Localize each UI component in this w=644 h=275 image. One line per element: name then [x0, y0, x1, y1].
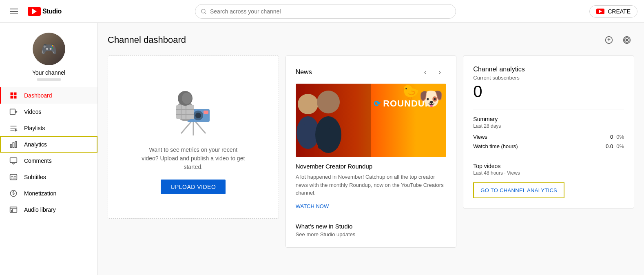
news-image: ⟳ ROUNDUP 🐶 🐤: [296, 84, 447, 157]
avatar: [33, 33, 65, 65]
channel-info: Your channel: [0, 23, 97, 87]
summary-label: Summary: [473, 116, 624, 122]
metric-row-views: Views 0 0%: [473, 134, 624, 140]
watch-now-button[interactable]: WATCH NOW: [296, 203, 329, 209]
topbar-right: CREATE: [589, 5, 637, 18]
page-header: Channel dashboard: [108, 33, 634, 47]
svg-rect-14: [15, 142, 16, 148]
upload-header-button[interactable]: [602, 33, 616, 47]
search-icon: [200, 8, 207, 15]
sidebar-item-monetization[interactable]: $ Monetization: [0, 185, 97, 202]
sidebar-item-label: Analytics: [24, 141, 47, 148]
go-to-analytics-button[interactable]: GO TO CHANNEL ANALYTICS: [473, 182, 564, 198]
audio-library-icon: [9, 206, 18, 214]
svg-rect-6: [10, 109, 15, 114]
analytics-title: Channel analytics: [473, 66, 624, 73]
sidebar: Your channel Dashboard Videos Playlists …: [0, 23, 98, 275]
search-input[interactable]: [210, 8, 451, 15]
search-bar: [195, 4, 456, 19]
metric-name-watchtime: Watch time (hours): [473, 143, 518, 149]
svg-point-27: [626, 39, 628, 41]
news-prev-button[interactable]: ‹: [418, 66, 432, 79]
sidebar-item-label: Videos: [24, 109, 42, 115]
sidebar-item-label: Comments: [24, 157, 52, 164]
svg-rect-4: [11, 96, 13, 99]
metric-percent-watchtime: 0%: [616, 143, 624, 149]
svg-rect-16: [10, 174, 17, 180]
summary-period: Last 28 days: [473, 123, 624, 129]
svg-rect-47: [300, 124, 306, 145]
sidebar-item-playlists[interactable]: Playlists: [0, 120, 97, 136]
news-next-button[interactable]: ›: [433, 66, 446, 79]
sidebar-item-analytics[interactable]: Analytics: [0, 136, 97, 153]
sidebar-item-label: Playlists: [24, 125, 45, 131]
subtitles-icon: [9, 173, 18, 181]
playlists-icon: [9, 124, 18, 132]
sidebar-item-subtitles[interactable]: Subtitles: [0, 169, 97, 185]
logo[interactable]: Studio: [28, 7, 62, 16]
news-section2-text: See more Studio updates: [296, 231, 447, 237]
upload-icon: [605, 36, 613, 44]
top-videos-period: Last 48 hours · Views: [473, 170, 624, 176]
page-title: Channel dashboard: [108, 35, 186, 45]
hamburger-menu[interactable]: [7, 5, 21, 18]
svg-rect-23: [10, 207, 17, 212]
news-section2: What's new in Studio See more Studio upd…: [296, 216, 447, 237]
metric-value-watchtime: 0.0: [606, 143, 613, 149]
metric-row-watchtime: Watch time (hours) 0.0 0%: [473, 143, 624, 149]
svg-rect-15: [10, 158, 17, 163]
upload-card: Want to see metrics on your recent video…: [108, 55, 279, 219]
cards-grid: Want to see metrics on your recent video…: [108, 55, 634, 248]
svg-rect-2: [11, 93, 13, 95]
create-video-icon: [596, 9, 604, 14]
svg-line-1: [205, 13, 206, 14]
analytics-icon: [9, 140, 18, 149]
topbar: Studio CREATE: [0, 0, 644, 23]
dashboard-icon: [9, 91, 18, 100]
news-section2-title: What's new in Studio: [296, 223, 447, 230]
sidebar-item-videos[interactable]: Videos: [0, 104, 97, 120]
svg-point-35: [195, 113, 201, 118]
svg-rect-36: [204, 111, 208, 114]
create-button[interactable]: CREATE: [589, 5, 637, 18]
news-card: News ‹ ›: [285, 55, 457, 248]
svg-rect-12: [11, 144, 12, 148]
top-videos-label: Top videos: [473, 163, 624, 169]
analytics-divider: [473, 109, 624, 109]
sidebar-item-label: Subtitles: [24, 174, 46, 180]
main-content: Channel dashboard: [98, 23, 644, 275]
sidebar-item-comments[interactable]: Comments: [0, 153, 97, 169]
sidebar-item-label: Monetization: [24, 190, 56, 197]
news-header: News ‹ ›: [296, 66, 447, 79]
svg-rect-13: [13, 143, 14, 148]
monetization-icon: $: [9, 189, 18, 197]
header-actions: [602, 33, 634, 47]
svg-point-0: [201, 9, 205, 13]
live-button[interactable]: [620, 33, 634, 47]
svg-rect-51: [318, 126, 325, 149]
svg-point-49: [317, 91, 340, 113]
svg-rect-3: [14, 93, 17, 95]
subscribers-count: 0: [473, 82, 624, 101]
sidebar-item-dashboard[interactable]: Dashboard: [0, 87, 97, 104]
news-article-text: A lot happened in November! Catchup on a…: [296, 173, 447, 197]
news-article-title: November Creator Roundup: [296, 163, 447, 170]
logo-text: Studio: [42, 8, 62, 15]
svg-text:$: $: [12, 191, 15, 195]
metric-values-watchtime: 0.0 0%: [606, 143, 624, 149]
svg-marker-11: [15, 129, 17, 131]
news-navigation: ‹ ›: [418, 66, 446, 79]
sidebar-item-audio-library[interactable]: Audio library: [0, 202, 97, 218]
metric-percent-views: 0%: [616, 134, 624, 140]
youtube-icon: [28, 7, 41, 16]
videos-icon: [9, 108, 18, 116]
upload-video-button[interactable]: UPLOAD VIDEO: [161, 180, 226, 194]
svg-point-44: [182, 93, 192, 104]
comments-icon: [9, 157, 18, 165]
avatar-image: [33, 33, 65, 65]
subscribers-label: Current subscribers: [473, 75, 624, 81]
analytics-divider-2: [473, 156, 624, 156]
sidebar-item-label: Dashboard: [24, 92, 52, 99]
upload-text: Want to see metrics on your recent video…: [140, 146, 246, 171]
sidebar-item-label: Audio library: [24, 206, 56, 213]
